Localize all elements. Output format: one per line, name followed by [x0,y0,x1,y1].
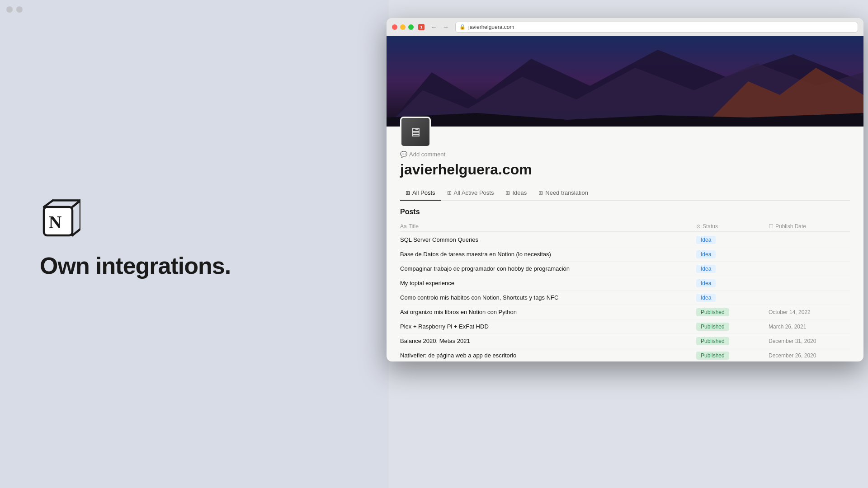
traffic-lights [392,24,414,30]
nav-arrows: ← → [429,23,451,32]
notion-branding: N Own integrations. [40,199,231,279]
tab-need-translation[interactable]: ⊞ Need translation [533,186,594,201]
desktop-dot-2 [16,6,23,13]
table-row[interactable]: Balance 2020. Metas 2021 Published Decem… [400,334,850,348]
url-text: javierhelguera.com [468,24,514,30]
row-title: Plex + Raspberry Pi + ExFat HDD [400,323,696,330]
tabs-bar: ⊞ All Posts ⊞ All Active Posts ⊞ Ideas ⊞… [400,185,850,201]
status-badge: Published [696,337,729,345]
tab-ideas[interactable]: ⊞ Ideas [500,186,532,201]
add-comment-label: Add comment [409,151,445,158]
profile-avatar: 🖥 [400,117,431,147]
table-row[interactable]: My toptal experience Idea [400,276,850,291]
col-header-publish-date: ☐ Publish Date [769,223,850,230]
nav-badge: 1 [418,24,425,30]
desktop-window-controls [6,6,23,13]
browser-window: 1 ← → 🔒 javierhelguera.com [387,18,863,361]
status-badge: Idea [696,236,716,244]
table-row[interactable]: Nativefier: de página web a app de escri… [400,348,850,361]
tab-ideas-label: Ideas [512,189,527,196]
title-col-icon: Aa [400,223,407,230]
tab-need-translation-label: Need translation [545,189,588,196]
close-button[interactable] [392,24,397,30]
page-title: javierhelguera.com [400,161,850,178]
address-bar[interactable]: 🔒 javierhelguera.com [455,22,858,33]
row-title: Asi organizo mis libros en Notion con Py… [400,309,696,315]
status-badge: Idea [696,279,716,287]
row-status: Published [696,337,769,345]
col-header-title: Aa Title [400,223,696,230]
comment-icon: 💬 [400,151,407,158]
tab-need-translation-icon: ⊞ [538,190,543,196]
maximize-button[interactable] [408,24,414,30]
table-row[interactable]: Plex + Raspberry Pi + ExFat HDD Publishe… [400,319,850,334]
posts-section-title: Posts [400,208,850,216]
tab-all-active-posts-icon: ⊞ [447,190,452,196]
row-status: Idea [696,250,769,258]
table-rows-container: SQL Server Common Queries Idea Base de D… [400,233,850,361]
posts-section: Posts Aa Title ⊙ Status ☐ Publish Date S… [387,201,863,361]
status-badge: Idea [696,250,716,258]
row-title: Compaginar trabajo de programador con ho… [400,265,696,272]
row-publish-date: March 26, 2021 [769,324,850,330]
row-title: Nativefier: de página web a app de escri… [400,352,696,359]
col-header-status: ⊙ Status [696,223,769,230]
row-status: Published [696,322,769,331]
row-status: Idea [696,264,769,273]
status-badge: Idea [696,294,716,302]
row-title: SQL Server Common Queries [400,236,696,243]
table-row[interactable]: Como controlo mis habitos con Notion, Sh… [400,291,850,305]
table-row[interactable]: Base de Datos de tareas maestra en Notio… [400,247,850,262]
tab-all-posts-label: All Posts [412,189,435,196]
row-publish-date: October 14, 2022 [769,309,850,315]
row-status: Idea [696,235,769,244]
row-publish-date: December 31, 2020 [769,338,850,344]
back-button[interactable]: ← [429,23,439,32]
row-publish-date: December 26, 2020 [769,352,850,359]
notion-logo-icon: N [40,199,80,239]
forward-button[interactable]: → [441,23,451,32]
notion-tagline: Own integrations. [40,252,231,279]
date-col-icon: ☐ [769,223,774,230]
minimize-button[interactable] [400,24,406,30]
row-status: Published [696,351,769,360]
monitor-icon: 🖥 [409,125,422,140]
table-row[interactable]: Asi organizo mis libros en Notion con Py… [400,305,850,319]
row-title: My toptal experience [400,280,696,286]
desktop-dot-1 [6,6,13,13]
table-row[interactable]: SQL Server Common Queries Idea [400,233,850,247]
tab-all-posts[interactable]: ⊞ All Posts [400,186,441,201]
svg-text:N: N [49,212,62,232]
row-title: Como controlo mis habitos con Notion, Sh… [400,294,696,301]
lock-icon: 🔒 [459,24,466,30]
row-status: Idea [696,279,769,287]
page-hero [387,36,863,127]
row-status: Published [696,308,769,316]
status-badge: Published [696,308,729,316]
row-title: Balance 2020. Metas 2021 [400,338,696,344]
tab-all-posts-icon: ⊞ [406,190,410,196]
status-badge: Published [696,352,729,360]
status-badge: Published [696,323,729,331]
tab-all-active-posts-label: All Active Posts [454,189,494,196]
status-badge: Idea [696,265,716,273]
status-col-icon: ⊙ [696,223,701,230]
table-header: Aa Title ⊙ Status ☐ Publish Date [400,221,850,232]
tab-all-active-posts[interactable]: ⊞ All Active Posts [442,186,500,201]
row-status: Idea [696,293,769,302]
svg-line-7 [72,229,80,235]
add-comment-area[interactable]: 💬 Add comment [400,151,850,158]
profile-section: 🖥 💬 Add comment javierhelguera.com ⊞ All… [387,127,863,201]
browser-chrome: 1 ← → 🔒 javierhelguera.com [387,18,863,36]
row-title: Base de Datos de tareas maestra en Notio… [400,251,696,258]
mountain-illustration [387,36,863,127]
table-row[interactable]: Compaginar trabajo de programador con ho… [400,262,850,276]
tab-ideas-icon: ⊞ [505,190,510,196]
